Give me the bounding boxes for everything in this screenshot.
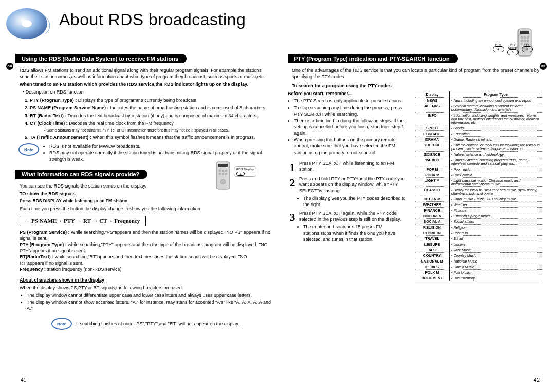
table-row: WEATHER• Weather (415, 202, 542, 208)
can-see-text: You can see the RDS signals the station … (20, 183, 268, 189)
table-row: NATIONAL M• National Music (415, 258, 542, 264)
pty-desc-cell: • Travel (450, 236, 542, 241)
item4-h: 4. CT (Clock Time) : (25, 121, 68, 126)
pty-display-cell: SCIENCE (415, 152, 450, 157)
def-pty-h: PTY (Rrogram Type) : (20, 242, 67, 247)
heading-pty: PTY (Program Type) indication and PTY-SE… (288, 54, 458, 63)
step-3-sub: The center unit searches 15 preset FM st… (303, 223, 409, 242)
def-ps-h: PS (Program Service) : (20, 230, 70, 235)
pty-display-cell: CULTURE (415, 142, 450, 152)
pty-display-cell: NATIONAL M (415, 258, 450, 264)
pty-desc-cell: • Leisure (450, 241, 542, 247)
pty-display-cell: CHILDREN (415, 213, 450, 219)
note-badge-2: Note (51, 318, 72, 330)
svg-point-17 (222, 170, 224, 172)
item1-t: Displays the type of programme currently… (77, 98, 196, 103)
table-row: SOCIAL A• Social affairs (415, 219, 542, 225)
about-intro: When the display shows PS,PTY,or RT sign… (20, 285, 268, 291)
table-row: SCIENCE• Natural science and technology (415, 152, 542, 157)
pty-desc-cell: • Several matters including a current in… (450, 103, 542, 113)
table-row: JAZZ• Jazz Music (415, 247, 542, 253)
to-show-heading: TO show the RDS signals (20, 191, 268, 197)
heading-using-rds: Using the RDS (Radio Data System) to rec… (15, 54, 187, 63)
right-main: Before you start, remomber... The PTY Se… (288, 91, 409, 281)
pty-display-cell: DRAMA (415, 137, 450, 142)
note-block-2: Note If searching finishes at once,"PS",… (51, 318, 272, 330)
svg-point-5 (524, 36, 526, 39)
intro-text: RDS allows FM stations to send an additi… (20, 67, 268, 80)
pty-desc-cell: • News including an announced opinion an… (450, 98, 542, 103)
pty-display-cell: FOLK M (415, 270, 450, 275)
pty-display-cell: SOCIAL A (415, 219, 450, 225)
pty-desc-cell: • Documentary (450, 275, 542, 281)
svg-point-6 (527, 36, 529, 39)
table-row: LEISURE• Leisure (415, 241, 542, 247)
item3-h: 3. RT (Radio Text) : (25, 113, 66, 118)
svg-point-19 (219, 173, 221, 175)
table-row: RELIGION• Religion (415, 225, 542, 230)
pty-desc-cell: • Information including weights and meas… (450, 113, 542, 125)
note1-item2: RDS may not operate correctly if the sta… (49, 150, 272, 162)
small-note: • Some stations may not transmit PTY, RT… (44, 128, 272, 133)
step-2-num: 2 (288, 176, 297, 209)
step-1-text: Press PTY SEARCH while listenning to an … (299, 161, 409, 174)
note-badge: Note (18, 143, 39, 156)
right-intro: One of the advantages of the RDS service… (292, 67, 541, 80)
table-row: TRAVEL• Travel (415, 236, 542, 241)
pty-display-cell: SPORT (415, 125, 450, 131)
pty-desc-cell: • Drama-Radio serial, etc. (450, 137, 542, 142)
pty-desc-cell: • Sports (450, 125, 542, 131)
pty-display-cell: DOCUMENT (415, 275, 450, 281)
pty-desc-cell: • Country Music (450, 253, 542, 258)
pty-display-cell: FINANCE (415, 208, 450, 213)
desc-bullet: Description on RDS function (26, 89, 84, 95)
step-3: 3 Press PTY SEARCH again, while the PTY … (288, 211, 409, 244)
pty-desc-cell: • Others-Speech, amusing program (quiz, … (450, 157, 542, 166)
pty-display-cell: EDUCATE (415, 131, 450, 137)
pty-desc-cell: • Jazz Music (450, 247, 542, 253)
table-row: PHONE IN• Phone in (415, 230, 542, 236)
pty-display-cell: PHONE IN (415, 230, 450, 236)
pty-desc-cell: • Finance (450, 208, 542, 213)
pty-display-cell: WEATHER (415, 202, 450, 208)
pty-desc-cell: • Light classical music- Classical music… (450, 178, 542, 187)
page: About RDS broadcasting PTY-4 PTY Search5… (0, 0, 555, 392)
svg-point-7 (521, 40, 523, 42)
pty-desc-cell: • National Music (450, 258, 542, 264)
note-block-1: Note RDS is not available for MW/LW broa… (18, 143, 272, 162)
table-row: EDUCATE• Education (415, 131, 542, 137)
btn-label-pty-search: PTY Search (507, 43, 519, 49)
pty-desc-cell: • Education (450, 131, 542, 137)
table-row: NEWS• News including an announced opinio… (415, 98, 542, 103)
pty-desc-cell: • Oldies Music (450, 264, 542, 270)
before-heading: Before you start, remomber... (288, 91, 409, 96)
note1-item1: RDS is not available for MW/LW broadcast… (49, 143, 272, 150)
before-item2: To stop searching any time during the pr… (294, 105, 409, 117)
pty-desc-cell: • Phone in (450, 230, 542, 236)
table-row: ROCK M• Rock music (415, 172, 542, 178)
table-row: CHILDREN• Children's programmes (415, 213, 542, 219)
pty-display-cell: CLASSIC (415, 187, 450, 196)
pty-desc-cell: • Religion (450, 225, 542, 230)
about-item1: The display window cannot differentiate … (27, 292, 272, 298)
pty-th-display: Display (415, 91, 450, 98)
search-heading: To search for a program using the PTY co… (292, 83, 541, 89)
page-number-right: 42 (534, 377, 540, 383)
def-rt-h: RT(RadioText) : (20, 254, 53, 259)
right-column: PTY (Program Type) indication and PTY-SE… (288, 54, 545, 330)
table-row: FOLK M• Folk Music (415, 270, 542, 275)
pty-desc-cell: • Rock music (450, 172, 542, 178)
heading-what-info: What information can RDS signals provide… (15, 170, 147, 179)
step-1: 1 Press PTY SEARCH while listenning to a… (288, 161, 409, 174)
svg-rect-3 (520, 31, 529, 34)
pty-desc-cell: • Folk Music (450, 270, 542, 275)
item5-h: 5. TA (Traffic Announcement) : (25, 135, 91, 140)
pty-th-type: Program Type (450, 91, 542, 98)
pty-display-cell: JAZZ (415, 247, 450, 253)
item3-t: Decodes the text broadcast by a station … (66, 113, 257, 118)
pty-display-cell: OTHER M (415, 196, 450, 202)
pty-display-cell: TRAVEL (415, 236, 450, 241)
table-row: DOCUMENT• Documentary (415, 275, 542, 281)
table-row: SPORT• Sports (415, 125, 542, 131)
rds-display-callout: RDS Display 1 (234, 166, 256, 177)
